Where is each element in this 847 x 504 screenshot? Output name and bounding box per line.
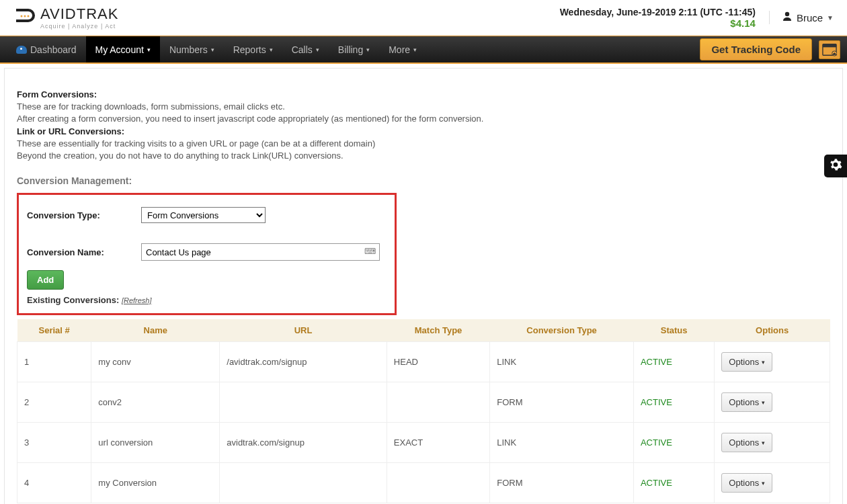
- options-button[interactable]: Options▾: [721, 433, 772, 452]
- status-badge: ACTIVE: [641, 437, 672, 448]
- cell-serial: 3: [17, 423, 91, 463]
- caret-down-icon: ▾: [762, 439, 765, 446]
- nav-billing-label: Billing: [338, 44, 363, 55]
- cell-options: Options▾: [715, 423, 830, 463]
- conversion-name-input[interactable]: [141, 243, 380, 261]
- cell-ctype: LINK: [490, 423, 634, 463]
- nav-reports[interactable]: Reports▾: [224, 36, 282, 62]
- user-name: Bruce: [797, 12, 823, 24]
- conversions-table: Serial # Name URL Match Type Conversion …: [17, 319, 830, 503]
- col-status: Status: [633, 319, 714, 342]
- dashboard-icon: [16, 46, 27, 54]
- cell-match: EXACT: [387, 423, 489, 463]
- status-badge: ACTIVE: [641, 357, 672, 367]
- status-badge: ACTIVE: [641, 478, 672, 488]
- nav-dashboard[interactable]: Dashboard: [7, 36, 86, 62]
- nav-numbers-label: Numbers: [169, 44, 208, 55]
- caret-down-icon: ▾: [762, 480, 765, 487]
- top-bar: AVIDTRAK Acquire | Analyze | Act Wednesd…: [0, 0, 847, 36]
- cell-ctype: FORM: [490, 382, 634, 423]
- col-options: Options: [715, 319, 830, 342]
- cell-serial: 2: [17, 382, 91, 423]
- cell-options: Options▾: [715, 382, 830, 423]
- status-badge: ACTIVE: [641, 397, 672, 407]
- form-conversions-heading: Form Conversions:: [17, 89, 97, 99]
- brand-logo[interactable]: AVIDTRAK Acquire | Analyze | Act: [13, 5, 118, 30]
- caret-down-icon: ▾: [762, 399, 765, 406]
- nav-more-label: More: [389, 44, 410, 55]
- nav-reports-label: Reports: [233, 44, 266, 55]
- add-button[interactable]: Add: [27, 270, 64, 290]
- options-button[interactable]: Options▾: [721, 352, 772, 372]
- svg-point-3: [785, 12, 789, 16]
- settings-side-tab[interactable]: [824, 155, 847, 177]
- col-match: Match Type: [387, 319, 489, 342]
- nav-billing[interactable]: Billing▾: [329, 36, 379, 62]
- cell-url: [220, 382, 387, 423]
- header-datetime: Wednesday, June-19-2019 2:11 (UTC -11:45…: [560, 7, 756, 17]
- link-conversions-heading: Link or URL Conversions:: [17, 126, 124, 136]
- caret-down-icon: ▾: [413, 46, 417, 53]
- cell-options: Options▾: [715, 463, 830, 503]
- person-icon: [782, 11, 793, 24]
- cell-status: ACTIVE: [633, 342, 714, 382]
- table-row: 3url conversionavidtrak.com/signupEXACTL…: [17, 423, 830, 463]
- cell-name: url conversion: [91, 423, 220, 463]
- caret-down-icon: ▾: [316, 46, 319, 53]
- svg-point-0: [21, 15, 23, 17]
- caret-down-icon: ▾: [211, 46, 214, 53]
- nav-calls[interactable]: Calls▾: [282, 36, 329, 62]
- col-url: URL: [220, 319, 387, 342]
- nav-home-icon-button[interactable]: [819, 40, 840, 59]
- gear-icon: [829, 158, 842, 175]
- cell-options: Options▾: [715, 342, 830, 382]
- refresh-link[interactable]: [Refresh]: [122, 296, 152, 304]
- options-button[interactable]: Options▾: [721, 392, 772, 412]
- keyboard-icon: ⌨: [364, 247, 376, 256]
- table-row: 2conv2FORMACTIVEOptions▾: [17, 382, 830, 423]
- conversion-name-label: Conversion Name:: [27, 247, 121, 257]
- brand-tagline: Acquire | Analyze | Act: [40, 23, 118, 30]
- options-button[interactable]: Options▾: [721, 473, 772, 493]
- cell-name: my conv: [91, 342, 220, 382]
- cell-ctype: LINK: [490, 342, 634, 382]
- cell-serial: 1: [17, 342, 91, 382]
- caret-down-icon: ▾: [147, 46, 151, 53]
- intro-line-1: These are for tracking downloads, form s…: [17, 101, 285, 112]
- svg-rect-5: [823, 44, 836, 47]
- nav-dashboard-label: Dashboard: [30, 44, 77, 55]
- conversion-type-select[interactable]: Form Conversions: [141, 207, 266, 223]
- table-header-row: Serial # Name URL Match Type Conversion …: [17, 319, 830, 342]
- user-menu[interactable]: Bruce ▼: [769, 11, 834, 24]
- nav-my-account[interactable]: My Account▾: [86, 36, 160, 62]
- existing-conversions-text: Existing Conversions:: [27, 295, 119, 305]
- cell-match: [387, 463, 489, 503]
- existing-conversions-label: Existing Conversions: [Refresh]: [27, 295, 387, 305]
- conversion-form-highlight: Conversion Type: Form Conversions Conver…: [17, 193, 397, 315]
- cell-url: /avidtrak.com/signup: [220, 342, 387, 382]
- nav-more[interactable]: More▾: [379, 36, 426, 62]
- col-name: Name: [91, 319, 220, 342]
- svg-point-1: [24, 15, 26, 17]
- nav-numbers[interactable]: Numbers▾: [160, 36, 224, 62]
- intro-line-4: Beyond the creation, you do not have to …: [17, 151, 344, 161]
- cell-status: ACTIVE: [633, 463, 714, 503]
- brand-name: AVIDTRAK: [40, 5, 118, 23]
- cell-ctype: FORM: [490, 463, 634, 503]
- col-ctype: Conversion Type: [490, 319, 634, 342]
- nav-my-account-label: My Account: [95, 44, 144, 55]
- intro-text: Form Conversions: These are for tracking…: [17, 89, 830, 162]
- caret-down-icon: ▾: [366, 46, 370, 53]
- conversion-management-title: Conversion Management:: [17, 175, 830, 186]
- get-tracking-code-button[interactable]: Get Tracking Code: [700, 38, 812, 60]
- cell-status: ACTIVE: [633, 423, 714, 463]
- window-home-icon: [822, 43, 837, 56]
- caret-down-icon: ▾: [762, 359, 765, 366]
- intro-line-3: These are essentially for tracking visit…: [17, 138, 375, 149]
- caret-down-icon: ▼: [827, 14, 834, 22]
- main-navbar: Dashboard My Account▾ Numbers▾ Reports▾ …: [0, 36, 847, 64]
- logo-icon: [13, 7, 36, 28]
- svg-point-2: [28, 15, 30, 17]
- cell-match: [387, 382, 489, 423]
- cell-status: ACTIVE: [633, 382, 714, 423]
